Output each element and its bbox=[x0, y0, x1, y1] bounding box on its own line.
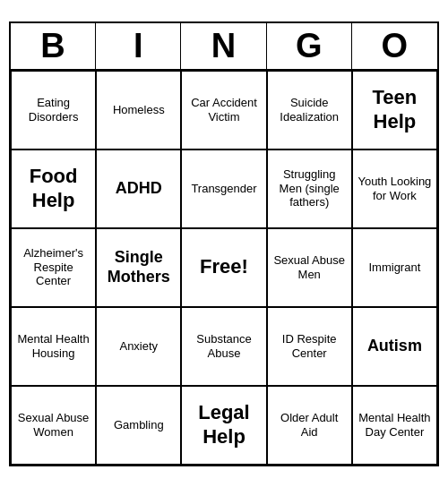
bingo-cell-19: Autism bbox=[352, 307, 437, 386]
header-letter-g: G bbox=[267, 23, 352, 69]
bingo-cell-11: Single Mothers bbox=[96, 228, 181, 307]
bingo-cell-9: Youth Looking for Work bbox=[352, 150, 437, 228]
header-letter-o: O bbox=[352, 23, 437, 69]
bingo-cell-8: Struggling Men (single fathers) bbox=[267, 150, 352, 228]
header-letter-n: N bbox=[181, 23, 266, 69]
bingo-cell-15: Mental Health Housing bbox=[11, 307, 96, 386]
bingo-cell-5: Food Help bbox=[11, 150, 96, 228]
bingo-cell-18: ID Respite Center bbox=[267, 307, 352, 386]
bingo-cell-2: Car Accident Victim bbox=[181, 71, 266, 150]
bingo-cell-21: Gambling bbox=[96, 386, 181, 465]
header-letter-i: I bbox=[96, 23, 181, 69]
bingo-header: BINGO bbox=[11, 23, 437, 71]
bingo-cell-7: Transgender bbox=[181, 150, 266, 228]
bingo-cell-14: Immigrant bbox=[352, 228, 437, 307]
bingo-cell-23: Older Adult Aid bbox=[267, 386, 352, 465]
bingo-cell-12: Free! bbox=[181, 228, 266, 307]
bingo-cell-13: Sexual Abuse Men bbox=[267, 228, 352, 307]
bingo-cell-16: Anxiety bbox=[96, 307, 181, 386]
bingo-cell-17: Substance Abuse bbox=[181, 307, 266, 386]
bingo-cell-0: Eating Disorders bbox=[11, 71, 96, 150]
bingo-cell-3: Suicide Idealization bbox=[267, 71, 352, 150]
bingo-cell-10: Alzheimer's Respite Center bbox=[11, 228, 96, 307]
bingo-cell-4: Teen Help bbox=[352, 71, 437, 150]
bingo-cell-6: ADHD bbox=[96, 150, 181, 228]
bingo-cell-1: Homeless bbox=[96, 71, 181, 150]
bingo-grid: Eating DisordersHomelessCar Accident Vic… bbox=[11, 71, 437, 465]
header-letter-b: B bbox=[11, 23, 96, 69]
bingo-cell-20: Sexual Abuse Women bbox=[11, 386, 96, 465]
bingo-cell-24: Mental Health Day Center bbox=[352, 386, 437, 465]
bingo-cell-22: Legal Help bbox=[181, 386, 266, 465]
bingo-card: BINGO Eating DisordersHomelessCar Accide… bbox=[9, 21, 439, 466]
